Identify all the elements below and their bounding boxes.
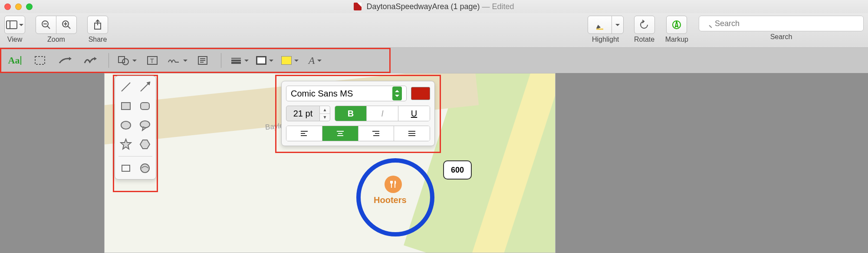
document-area: Bayless Blvd Your fav Hooters 600 Comic … bbox=[0, 73, 868, 253]
toolbar-separator bbox=[108, 53, 109, 68]
text-tool-icon: Aa bbox=[8, 55, 20, 66]
bold-label: B bbox=[348, 109, 354, 119]
align-center-button[interactable] bbox=[322, 126, 358, 141]
highlight-menu-button[interactable] bbox=[612, 16, 624, 34]
align-right-button[interactable] bbox=[358, 126, 394, 141]
zoom-out-button[interactable] bbox=[36, 16, 56, 34]
shape-star[interactable] bbox=[118, 137, 133, 152]
font-size-stepper[interactable]: ▲ ▼ bbox=[320, 106, 330, 121]
underline-toggle[interactable]: U bbox=[398, 106, 430, 121]
font-family-value: Comic Sans MS bbox=[291, 89, 353, 99]
underline-label: U bbox=[411, 109, 417, 119]
svg-line-6 bbox=[68, 26, 70, 29]
font-size-field[interactable]: 21 pt bbox=[286, 106, 320, 121]
svg-text:T: T bbox=[150, 57, 154, 64]
rotate-group: Rotate bbox=[634, 16, 655, 43]
zoom-in-icon bbox=[62, 20, 71, 30]
shape-rounded-rectangle[interactable] bbox=[138, 99, 152, 113]
draw-icon bbox=[84, 56, 97, 65]
shapes-tool[interactable] bbox=[116, 52, 138, 69]
stroke-color-swatch bbox=[256, 56, 266, 65]
text-style-segmented: B I U bbox=[335, 106, 430, 121]
svg-marker-36 bbox=[140, 140, 150, 149]
font-family-select[interactable]: Comic Sans MS bbox=[286, 86, 407, 101]
stepper-up-icon[interactable]: ▲ bbox=[320, 106, 330, 114]
search-box bbox=[699, 16, 864, 31]
fill-color-tool[interactable] bbox=[279, 52, 301, 69]
font-style-tool[interactable]: A bbox=[304, 52, 326, 69]
svg-rect-37 bbox=[122, 165, 130, 171]
shape-arrow[interactable] bbox=[138, 80, 152, 94]
italic-toggle[interactable]: I bbox=[366, 106, 398, 121]
shape-hexagon[interactable] bbox=[138, 137, 152, 152]
zoom-in-button[interactable] bbox=[56, 16, 77, 34]
toolbar-separator bbox=[221, 53, 221, 68]
sketch-icon bbox=[59, 56, 72, 65]
shape-line[interactable] bbox=[118, 80, 133, 94]
close-window-button[interactable] bbox=[4, 3, 11, 10]
bold-toggle[interactable]: B bbox=[335, 106, 366, 121]
pdf-file-icon bbox=[354, 3, 362, 10]
view-menu-button[interactable] bbox=[4, 16, 25, 34]
sign-tool[interactable] bbox=[166, 52, 189, 69]
search-input[interactable] bbox=[699, 16, 864, 31]
share-group: Share bbox=[87, 16, 108, 43]
search-group: Search bbox=[699, 16, 864, 41]
document-title: DaytonaSpeedwayArea (1 page) bbox=[366, 2, 480, 11]
italic-label: I bbox=[381, 109, 384, 119]
shape-speech-bubble[interactable] bbox=[138, 118, 152, 133]
text-box-tool[interactable]: T bbox=[141, 52, 164, 69]
highlighter-icon bbox=[595, 20, 605, 30]
chevron-down-icon bbox=[19, 24, 23, 28]
mask-tool[interactable] bbox=[118, 161, 133, 176]
loupe-tool[interactable] bbox=[138, 161, 152, 176]
select-stepper-icon bbox=[392, 87, 402, 100]
svg-point-17 bbox=[122, 59, 128, 65]
share-label: Share bbox=[89, 36, 107, 43]
popover-divider bbox=[118, 156, 152, 156]
highlight-button[interactable] bbox=[588, 16, 612, 34]
line-weight-icon bbox=[230, 57, 242, 64]
align-center-icon bbox=[336, 130, 345, 137]
svg-rect-0 bbox=[7, 21, 17, 29]
markup-group: Markup bbox=[665, 16, 688, 43]
font-icon: A bbox=[309, 55, 315, 67]
markup-icon bbox=[671, 20, 682, 30]
shape-rectangle[interactable] bbox=[118, 99, 133, 113]
route-number: 600 bbox=[451, 166, 464, 175]
search-label: Search bbox=[770, 33, 792, 41]
zoom-group: Zoom bbox=[36, 16, 77, 43]
draw-tool[interactable] bbox=[79, 52, 102, 69]
rectangular-selection-tool[interactable] bbox=[29, 52, 51, 69]
font-size-value: 21 pt bbox=[293, 109, 312, 119]
align-left-button[interactable] bbox=[286, 126, 322, 141]
main-toolbar: View Zoom Share Hi bbox=[0, 13, 868, 48]
text-color-swatch[interactable] bbox=[411, 87, 430, 100]
align-justify-button[interactable] bbox=[394, 126, 430, 141]
route-shield: 600 bbox=[443, 160, 472, 180]
text-selection-tool[interactable]: Aa bbox=[3, 52, 26, 69]
zoom-out-icon bbox=[41, 20, 51, 30]
svg-rect-13 bbox=[35, 57, 45, 64]
stepper-down-icon[interactable]: ▼ bbox=[320, 114, 330, 121]
svg-point-33 bbox=[140, 121, 150, 128]
shape-oval[interactable] bbox=[118, 118, 133, 133]
poi-name-label: Hooters bbox=[374, 195, 407, 205]
align-justify-icon bbox=[408, 130, 416, 137]
rotate-button[interactable] bbox=[634, 16, 655, 34]
sketch-tool[interactable] bbox=[54, 52, 76, 69]
svg-line-28 bbox=[141, 83, 148, 91]
chevron-down-icon bbox=[615, 24, 620, 28]
markup-toggle-button[interactable] bbox=[666, 16, 687, 34]
share-button[interactable] bbox=[87, 16, 108, 34]
note-icon bbox=[197, 56, 208, 65]
minimize-window-button[interactable] bbox=[15, 3, 22, 10]
note-tool[interactable] bbox=[191, 52, 214, 69]
view-label: View bbox=[7, 36, 22, 43]
border-style-tool[interactable] bbox=[228, 52, 251, 69]
border-color-tool[interactable] bbox=[253, 52, 276, 69]
window-title: DaytonaSpeedwayArea (1 page) — Edited bbox=[0, 2, 868, 11]
shapes-popover bbox=[115, 76, 156, 180]
zoom-window-button[interactable] bbox=[26, 3, 33, 10]
svg-point-32 bbox=[121, 121, 131, 129]
